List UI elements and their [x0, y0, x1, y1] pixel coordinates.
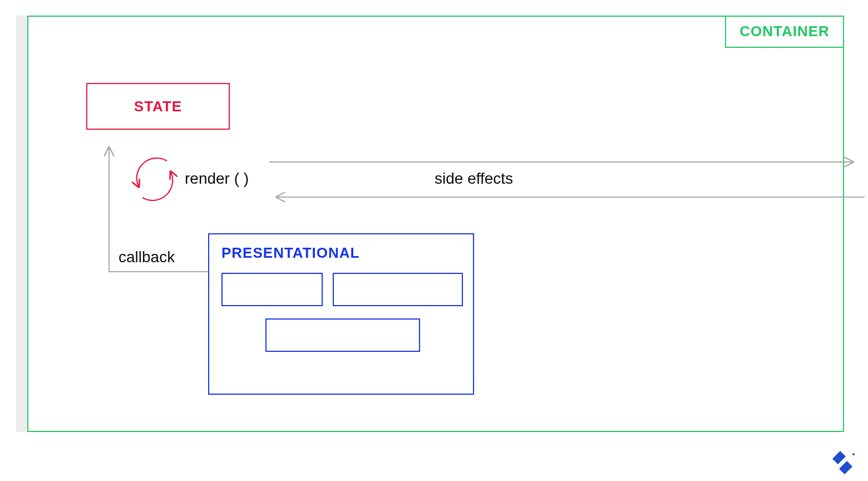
presentational-label: PRESENTATIONAL: [221, 244, 473, 262]
state-box: STATE: [86, 83, 230, 130]
presentational-row-2: [221, 318, 464, 352]
render-label: render ( ): [185, 170, 249, 188]
svg-marker-0: [832, 451, 846, 464]
presentational-box: PRESENTATIONAL: [208, 233, 474, 395]
scroll-gutter: [16, 16, 27, 432]
side-effects-label: side effects: [435, 170, 513, 188]
container-label: CONTAINER: [725, 16, 844, 48]
presentational-child-box: [333, 273, 463, 306]
presentational-child-box: [221, 273, 323, 306]
callback-label: callback: [119, 248, 175, 266]
svg-point-2: [852, 453, 855, 455]
presentational-child-box: [265, 318, 420, 352]
toptal-logo-icon: [832, 450, 855, 477]
svg-marker-1: [839, 461, 852, 474]
presentational-row-1: [221, 273, 473, 306]
